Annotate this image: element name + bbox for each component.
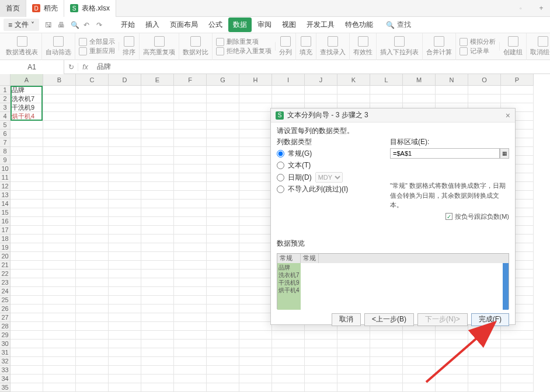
cell[interactable] — [207, 348, 239, 357]
cell[interactable] — [11, 322, 43, 331]
cell[interactable] — [76, 217, 109, 226]
cell[interactable] — [370, 357, 403, 366]
cell[interactable] — [43, 235, 76, 243]
radio-date[interactable]: 日期(D) MDY — [277, 172, 378, 183]
cell[interactable] — [207, 112, 239, 121]
qat-save-icon[interactable]: 🖫 — [45, 21, 53, 29]
cell[interactable] — [239, 304, 272, 313]
cell[interactable] — [43, 173, 76, 182]
cell[interactable] — [403, 94, 436, 103]
cell[interactable] — [76, 156, 109, 164]
ribbon-ins-dropdown[interactable]: 插入下拉列表 — [377, 33, 423, 60]
cell[interactable] — [174, 270, 207, 278]
cell[interactable] — [239, 138, 272, 147]
cell[interactable] — [403, 366, 436, 374]
target-input[interactable] — [390, 148, 500, 159]
cell[interactable] — [239, 103, 272, 112]
cell[interactable] — [174, 173, 207, 182]
range-picker-icon[interactable]: ▦ — [500, 148, 509, 159]
cell[interactable] — [239, 383, 272, 392]
cell[interactable] — [239, 270, 272, 278]
cell[interactable] — [174, 287, 207, 296]
row-header[interactable]: 24 — [0, 287, 11, 296]
cell[interactable] — [11, 200, 43, 208]
cell[interactable] — [11, 243, 43, 252]
cell[interactable] — [468, 357, 501, 366]
cell[interactable] — [370, 331, 403, 340]
cell[interactable] — [239, 112, 272, 121]
cell[interactable] — [141, 86, 174, 94]
cell[interactable] — [403, 383, 436, 392]
cell[interactable] — [141, 270, 174, 278]
cell[interactable] — [207, 357, 239, 366]
row-header[interactable]: 19 — [0, 243, 11, 252]
cell[interactable] — [109, 200, 141, 208]
cell[interactable] — [11, 130, 43, 138]
cell[interactable] — [403, 357, 436, 366]
cell[interactable] — [501, 383, 534, 392]
cell[interactable] — [337, 331, 370, 340]
col-header-J[interactable]: J — [305, 74, 337, 86]
dialog-titlebar[interactable]: S 文本分列向导 - 3 步骤之 3 × — [271, 108, 515, 123]
radio-general-input[interactable] — [277, 150, 284, 158]
cell[interactable] — [468, 94, 501, 103]
cell[interactable] — [76, 164, 109, 173]
cell[interactable] — [239, 252, 272, 261]
cell[interactable] — [76, 340, 109, 348]
cancel-button[interactable]: 取消 — [332, 313, 361, 326]
cell[interactable]: 品牌 — [11, 86, 43, 94]
cell[interactable] — [141, 331, 174, 340]
cell[interactable] — [207, 86, 239, 94]
preview-col2[interactable] — [301, 263, 503, 310]
cell[interactable] — [174, 147, 207, 156]
cell[interactable] — [11, 173, 43, 182]
cell[interactable] — [43, 340, 76, 348]
cell[interactable] — [141, 208, 174, 217]
cell[interactable] — [174, 357, 207, 366]
cell[interactable] — [109, 147, 141, 156]
cell[interactable] — [43, 208, 76, 217]
cell[interactable] — [174, 278, 207, 287]
cell[interactable] — [207, 173, 239, 182]
cell[interactable] — [43, 348, 76, 357]
cell[interactable] — [109, 296, 141, 304]
cell[interactable] — [239, 86, 272, 94]
cell[interactable] — [76, 348, 109, 357]
cell[interactable] — [239, 200, 272, 208]
ribbon-pivot[interactable]: 数据透视表 — [2, 33, 42, 60]
cell[interactable] — [76, 200, 109, 208]
cell[interactable] — [43, 103, 76, 112]
cell[interactable] — [239, 313, 272, 322]
cell[interactable] — [43, 94, 76, 103]
cell[interactable] — [141, 235, 174, 243]
cell[interactable] — [109, 278, 141, 287]
col-header-L[interactable]: L — [370, 74, 403, 86]
col-header-O[interactable]: O — [468, 74, 501, 86]
cell[interactable] — [207, 340, 239, 348]
next-button[interactable]: 下一步(N)> — [417, 313, 468, 326]
cell[interactable] — [272, 86, 305, 94]
row-header[interactable]: 3 — [0, 103, 11, 112]
qat-undo-icon[interactable]: ↶ — [83, 21, 92, 29]
cell[interactable] — [174, 340, 207, 348]
cell[interactable] — [272, 374, 305, 383]
cell[interactable] — [109, 226, 141, 235]
row-header[interactable]: 12 — [0, 182, 11, 191]
cell[interactable] — [370, 374, 403, 383]
row-header[interactable]: 23 — [0, 278, 11, 287]
cell[interactable] — [76, 304, 109, 313]
cell[interactable] — [174, 164, 207, 173]
cell[interactable] — [174, 296, 207, 304]
cell[interactable] — [174, 200, 207, 208]
cell[interactable] — [76, 121, 109, 130]
cell[interactable] — [337, 348, 370, 357]
radio-text-input[interactable] — [277, 162, 284, 169]
radio-date-input[interactable] — [277, 174, 284, 181]
ribbon-sort[interactable]: 排序 — [119, 33, 140, 60]
ribbon-fill[interactable]: 填充 — [296, 33, 316, 60]
cell[interactable] — [239, 94, 272, 103]
cell[interactable] — [109, 217, 141, 226]
cell[interactable] — [403, 348, 436, 357]
tab-features[interactable]: 特色功能 — [340, 18, 378, 32]
cell[interactable] — [272, 357, 305, 366]
